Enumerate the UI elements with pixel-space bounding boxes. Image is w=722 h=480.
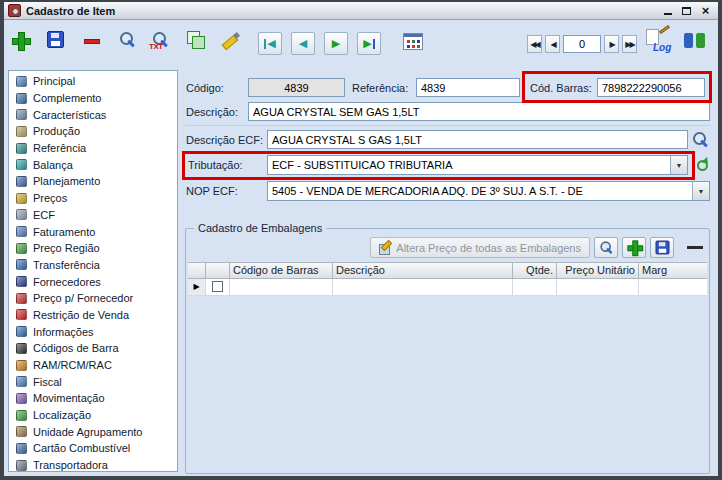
minimize-button[interactable] bbox=[659, 4, 676, 18]
column-header-descricao[interactable]: Descrição bbox=[333, 262, 513, 279]
nav-first-button[interactable]: ◀ bbox=[258, 32, 282, 55]
minus-icon bbox=[84, 39, 100, 44]
sidebar-item-localizacao[interactable]: Localização bbox=[9, 407, 177, 424]
descricao-ecf-field[interactable] bbox=[267, 130, 688, 149]
clear-button[interactable] bbox=[222, 31, 240, 49]
grid-cell-empty[interactable] bbox=[230, 279, 333, 296]
sidebar-item-movimentacao[interactable]: Movimentação bbox=[9, 390, 177, 407]
sidebar-item-cartao-combustivel[interactable]: Cartão Combustível bbox=[9, 440, 177, 457]
sidebar-item-referencia[interactable]: Referência bbox=[9, 140, 177, 157]
sidebar-item-restricao-de-venda[interactable]: Restrição de Venda bbox=[9, 307, 177, 324]
referencia-icon bbox=[16, 143, 27, 154]
exit-button[interactable] bbox=[684, 32, 705, 50]
record-prev-button[interactable]: ◀ bbox=[545, 35, 560, 53]
sidebar-item-planejamento[interactable]: Planejamento bbox=[9, 173, 177, 190]
cod-barras-field[interactable] bbox=[597, 78, 705, 97]
grid-cell-empty[interactable] bbox=[333, 279, 513, 296]
grid-cell-empty[interactable] bbox=[639, 279, 707, 296]
grid-cell-empty[interactable] bbox=[557, 279, 639, 296]
search-button[interactable] bbox=[119, 31, 136, 48]
sidebar-item-precos[interactable]: Preços bbox=[9, 190, 177, 207]
grid-data-row[interactable]: ▶ bbox=[188, 279, 707, 296]
row-indicator-icon: ▶ bbox=[193, 283, 199, 291]
exit-icon bbox=[684, 32, 705, 50]
sidebar-item-complemento[interactable]: Complemento bbox=[9, 90, 177, 107]
sidebar-item-codigos-de-barra[interactable]: Códigos de Barra bbox=[9, 340, 177, 357]
nav-last-button[interactable]: ▶ bbox=[357, 32, 381, 55]
column-header-qtde[interactable]: Qtde. bbox=[513, 262, 557, 279]
chevron-down-icon: ▼ bbox=[698, 188, 705, 195]
sidebar-item-label: RAM/RCM/RAC bbox=[33, 359, 112, 371]
column-header-blank[interactable] bbox=[188, 262, 206, 279]
nop-ecf-dropdown-button[interactable]: ▼ bbox=[692, 182, 709, 200]
faturamento-icon bbox=[16, 226, 27, 237]
descricao-ecf-search-button[interactable] bbox=[691, 130, 710, 149]
record-first-button[interactable]: ◀◀ bbox=[527, 35, 542, 53]
nop-ecf-label: NOP ECF: bbox=[186, 185, 238, 197]
title-bar[interactable]: Cadastro de Item × bbox=[4, 2, 718, 20]
sidebar-item-preco-regiao[interactable]: Preço Região bbox=[9, 240, 177, 257]
nav-next-button[interactable]: ▶ bbox=[324, 32, 348, 55]
embalagem-add-button[interactable] bbox=[622, 237, 646, 258]
tributacao-dropdown-button[interactable]: ▼ bbox=[670, 156, 687, 174]
descricao-label: Descrição: bbox=[186, 106, 238, 118]
sidebar-item-preco-p-fornecedor[interactable]: Preço p/ Fornecedor bbox=[9, 290, 177, 307]
alter-price-button[interactable]: Altera Preço de todas as Embalagens bbox=[370, 237, 590, 258]
brush-icon bbox=[222, 31, 240, 49]
codigo-field[interactable] bbox=[248, 78, 345, 97]
sidebar-item-transferencia[interactable]: Transferência bbox=[9, 257, 177, 274]
save-button[interactable] bbox=[47, 31, 64, 48]
arrow-left-icon: ◀ bbox=[267, 38, 275, 49]
sidebar-item-balanca[interactable]: Balança bbox=[9, 156, 177, 173]
nav-prev-button[interactable]: ◀ bbox=[291, 32, 315, 55]
sidebar-item-informacoes[interactable]: Informações bbox=[9, 323, 177, 340]
maximize-button[interactable] bbox=[678, 4, 695, 18]
referencia-label: Referência: bbox=[352, 82, 408, 94]
sidebar-item-producao[interactable]: Produção bbox=[9, 123, 177, 140]
tributacao-dropdown[interactable]: ECF - SUBSTITUICAO TRIBUTARIA ▼ bbox=[267, 155, 688, 175]
record-number-field[interactable]: 0 bbox=[563, 35, 601, 53]
column-header-codigo-de-barras[interactable]: Código de Barras bbox=[230, 262, 333, 279]
column-header-blank[interactable] bbox=[206, 262, 230, 279]
column-header-marg[interactable]: Marg bbox=[639, 262, 707, 279]
sidebar-item-fiscal[interactable]: Fiscal bbox=[9, 373, 177, 390]
delete-button[interactable] bbox=[84, 39, 100, 44]
grid-view-button[interactable] bbox=[403, 33, 423, 50]
embalagem-search-button[interactable] bbox=[594, 237, 618, 258]
grid-cell-empty[interactable] bbox=[513, 279, 557, 296]
producao-icon bbox=[16, 126, 27, 137]
copy-button[interactable] bbox=[187, 31, 205, 49]
sidebar-item-label: Movimentação bbox=[33, 392, 105, 404]
principal-icon bbox=[16, 76, 27, 87]
sidebar-item-label: Produção bbox=[33, 125, 80, 137]
sidebar-item-caracteristicas[interactable]: Características bbox=[9, 106, 177, 123]
sidebar-item-unidade-agrupamento[interactable]: Unidade Agrupamento bbox=[9, 423, 177, 440]
descricao-field[interactable] bbox=[248, 102, 710, 121]
column-header-preco-unitario[interactable]: Preço Unitário bbox=[557, 262, 639, 279]
log-button[interactable]: Log bbox=[646, 27, 673, 51]
search-txt-button[interactable]: TXT bbox=[152, 31, 169, 48]
sidebar-item-label: Localização bbox=[33, 409, 91, 421]
sidebar-item-ecf[interactable]: ECF bbox=[9, 207, 177, 224]
nop-ecf-dropdown[interactable]: 5405 - VENDA DE MERCADORIA ADQ. DE 3º SU… bbox=[267, 181, 710, 201]
referencia-field[interactable] bbox=[416, 78, 520, 97]
record-last-button[interactable]: ▶▶ bbox=[622, 35, 637, 53]
save-icon bbox=[47, 31, 64, 48]
embalagem-save-button[interactable] bbox=[650, 237, 674, 258]
sidebar-item-fornecedores[interactable]: Fornecedores bbox=[9, 273, 177, 290]
collapse-minus-icon[interactable] bbox=[687, 246, 703, 249]
add-button[interactable] bbox=[12, 32, 29, 49]
checkbox-icon[interactable] bbox=[212, 281, 223, 292]
sidebar-item-label: Transportadora bbox=[33, 459, 108, 471]
sidebar-item-faturamento[interactable]: Faturamento bbox=[9, 223, 177, 240]
row-select-cell[interactable] bbox=[206, 279, 230, 296]
grid-table-icon bbox=[403, 33, 423, 50]
record-next-button[interactable]: ▶ bbox=[604, 35, 619, 53]
tributacao-refresh-button[interactable] bbox=[693, 156, 712, 175]
sidebar-item-principal[interactable]: Principal bbox=[9, 73, 177, 90]
sidebar-item-ram-rcm-rac[interactable]: RAM/RCM/RAC bbox=[9, 357, 177, 374]
chevron-down-icon: ▼ bbox=[676, 162, 683, 169]
localizacao-icon bbox=[16, 410, 27, 421]
sidebar-item-transportadora[interactable]: Transportadora bbox=[9, 457, 177, 472]
close-button[interactable]: × bbox=[697, 4, 714, 18]
